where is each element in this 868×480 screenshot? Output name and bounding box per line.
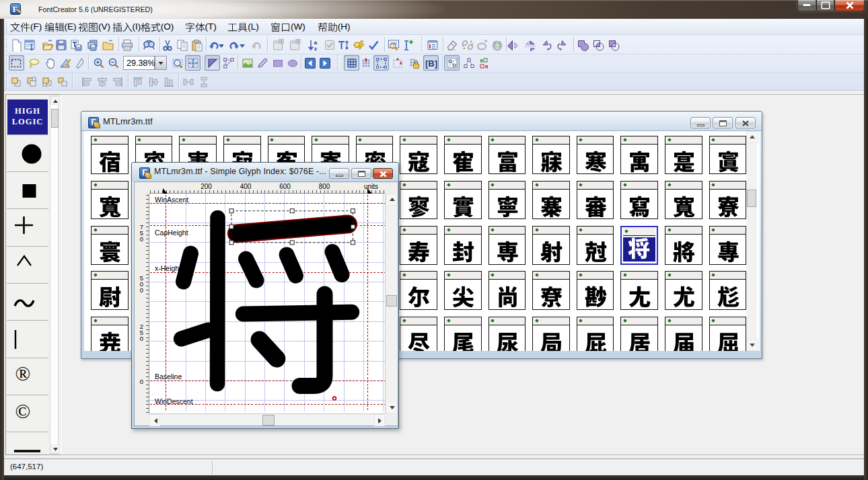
svg-text:WinAscent: WinAscent: [155, 196, 188, 204]
svg-text:Baseline: Baseline: [155, 372, 182, 381]
svg-text:M: M: [485, 64, 488, 69]
svg-text:a: a: [314, 40, 318, 46]
svg-text:WinDescent: WinDescent: [155, 397, 193, 405]
svg-text:[B]: [B]: [425, 58, 437, 69]
svg-text:z: z: [314, 46, 317, 52]
svg-text:CapHeight: CapHeight: [155, 229, 188, 237]
svg-text:H: H: [480, 58, 482, 63]
svg-text:x-Height: x-Height: [155, 264, 181, 272]
